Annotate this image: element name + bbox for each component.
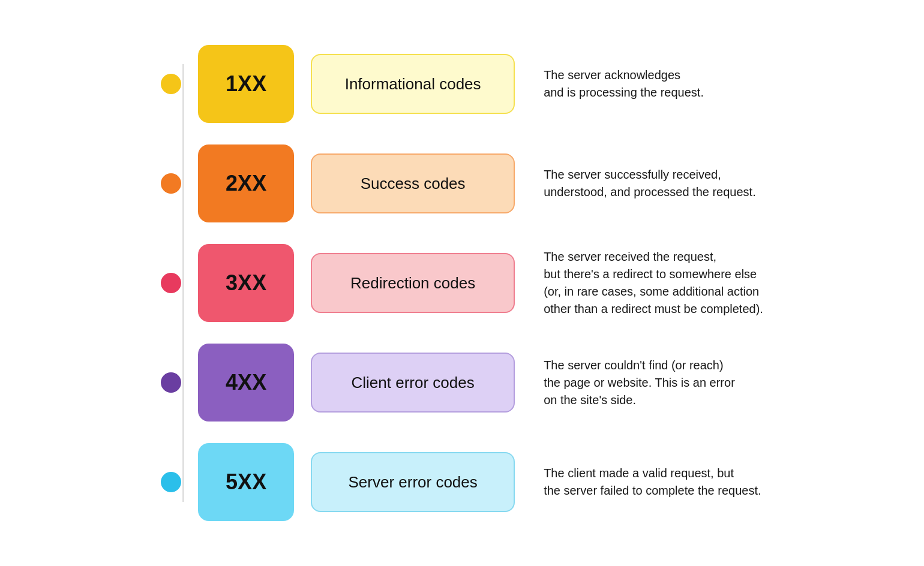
row-5xx: 5XXServer error codesThe client made a v… [161, 432, 763, 532]
dot-2xx [161, 173, 181, 194]
dot-5xx [161, 472, 181, 492]
description-1xx: The server acknowledges and is processin… [544, 67, 704, 101]
code-box-3xx: 3XX [198, 244, 294, 322]
dot-3xx [161, 273, 181, 293]
dot-4xx [161, 372, 181, 393]
label-box-4xx: Client error codes [311, 353, 515, 413]
row-1xx: 1XXInformational codesThe server acknowl… [161, 34, 763, 134]
row-4xx: 4XXClient error codesThe server couldn't… [161, 333, 763, 432]
description-5xx: The client made a valid request, but the… [544, 465, 761, 499]
label-box-1xx: Informational codes [311, 54, 515, 114]
label-box-2xx: Success codes [311, 153, 515, 213]
code-box-1xx: 1XX [198, 45, 294, 123]
code-box-2xx: 2XX [198, 144, 294, 222]
label-box-3xx: Redirection codes [311, 253, 515, 313]
description-3xx: The server received the request, but the… [544, 248, 763, 318]
dot-1xx [161, 74, 181, 94]
description-4xx: The server couldn't find (or reach) the … [544, 357, 735, 409]
row-3xx: 3XXRedirection codesThe server received … [161, 233, 763, 333]
label-box-5xx: Server error codes [311, 452, 515, 512]
main-container: 1XXInformational codesThe server acknowl… [113, 10, 811, 556]
code-box-5xx: 5XX [198, 443, 294, 521]
description-2xx: The server successfully received, unders… [544, 166, 756, 201]
code-box-4xx: 4XX [198, 344, 294, 422]
row-2xx: 2XXSuccess codesThe server successfully … [161, 134, 763, 233]
